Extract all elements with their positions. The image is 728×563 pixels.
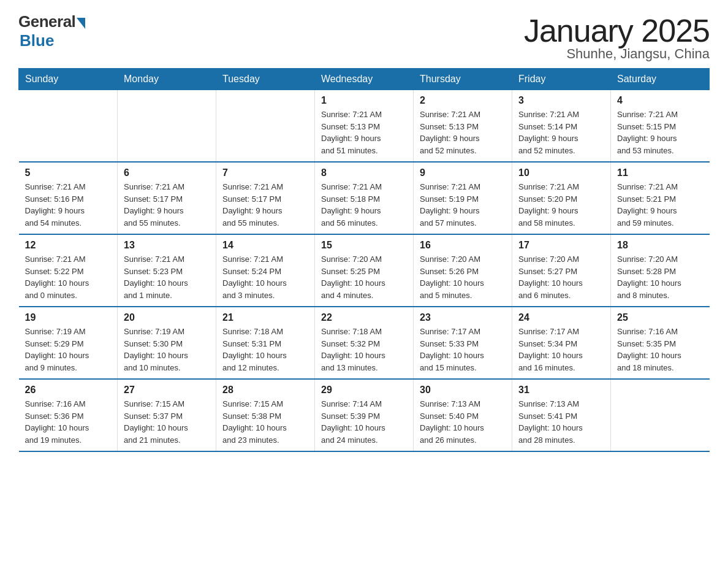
weekday-header-row: SundayMondayTuesdayWednesdayThursdayFrid… [19, 69, 710, 90]
day-number: 5 [25, 167, 112, 178]
day-info: Sunrise: 7:17 AM Sunset: 5:33 PM Dayligh… [420, 326, 506, 373]
calendar-cell: 8Sunrise: 7:21 AM Sunset: 5:18 PM Daylig… [315, 162, 414, 234]
day-info: Sunrise: 7:13 AM Sunset: 5:41 PM Dayligh… [518, 398, 604, 446]
day-number: 15 [321, 240, 407, 251]
logo-blue-text: Blue [20, 31, 54, 50]
logo-arrow-icon [77, 18, 85, 29]
day-number: 13 [124, 240, 210, 251]
day-info: Sunrise: 7:15 AM Sunset: 5:37 PM Dayligh… [124, 398, 210, 446]
day-info: Sunrise: 7:13 AM Sunset: 5:40 PM Dayligh… [420, 398, 506, 446]
calendar-cell: 10Sunrise: 7:21 AM Sunset: 5:20 PM Dayli… [512, 162, 611, 234]
calendar-week-row: 19Sunrise: 7:19 AM Sunset: 5:29 PM Dayli… [19, 307, 710, 379]
calendar-header: SundayMondayTuesdayWednesdayThursdayFrid… [19, 69, 710, 90]
day-number: 31 [518, 385, 604, 396]
calendar-cell: 3Sunrise: 7:21 AM Sunset: 5:14 PM Daylig… [512, 90, 611, 163]
day-info: Sunrise: 7:21 AM Sunset: 5:17 PM Dayligh… [124, 181, 210, 229]
day-info: Sunrise: 7:21 AM Sunset: 5:23 PM Dayligh… [124, 253, 210, 301]
calendar-cell: 16Sunrise: 7:20 AM Sunset: 5:26 PM Dayli… [414, 234, 512, 307]
calendar-cell: 25Sunrise: 7:16 AM Sunset: 5:35 PM Dayli… [611, 307, 710, 379]
calendar-cell: 14Sunrise: 7:21 AM Sunset: 5:24 PM Dayli… [216, 234, 315, 307]
calendar-cell: 5Sunrise: 7:21 AM Sunset: 5:16 PM Daylig… [19, 162, 118, 234]
calendar-cell: 4Sunrise: 7:21 AM Sunset: 5:15 PM Daylig… [611, 90, 710, 163]
weekday-header-wednesday: Wednesday [315, 69, 414, 90]
weekday-header-saturday: Saturday [611, 69, 710, 90]
day-number: 12 [25, 240, 112, 251]
day-number: 4 [617, 95, 703, 106]
day-number: 10 [518, 167, 604, 178]
calendar-cell: 15Sunrise: 7:20 AM Sunset: 5:25 PM Dayli… [315, 234, 414, 307]
day-info: Sunrise: 7:21 AM Sunset: 5:13 PM Dayligh… [420, 109, 506, 156]
calendar-cell [118, 90, 216, 163]
weekday-header-monday: Monday [118, 69, 216, 90]
weekday-header-thursday: Thursday [414, 69, 512, 90]
calendar-cell: 7Sunrise: 7:21 AM Sunset: 5:17 PM Daylig… [216, 162, 315, 234]
day-number: 23 [420, 312, 506, 323]
calendar-cell: 29Sunrise: 7:14 AM Sunset: 5:39 PM Dayli… [315, 379, 414, 451]
calendar-cell: 24Sunrise: 7:17 AM Sunset: 5:34 PM Dayli… [512, 307, 611, 379]
day-number: 6 [124, 167, 210, 178]
day-number: 17 [518, 240, 604, 251]
day-number: 8 [321, 167, 407, 178]
calendar-cell: 18Sunrise: 7:20 AM Sunset: 5:28 PM Dayli… [611, 234, 710, 307]
day-info: Sunrise: 7:21 AM Sunset: 5:13 PM Dayligh… [321, 109, 407, 156]
calendar-week-row: 1Sunrise: 7:21 AM Sunset: 5:13 PM Daylig… [19, 90, 710, 163]
calendar-cell: 2Sunrise: 7:21 AM Sunset: 5:13 PM Daylig… [414, 90, 512, 163]
calendar-body: 1Sunrise: 7:21 AM Sunset: 5:13 PM Daylig… [19, 90, 710, 452]
calendar-cell: 26Sunrise: 7:16 AM Sunset: 5:36 PM Dayli… [19, 379, 118, 451]
day-number: 2 [420, 95, 506, 106]
day-number: 19 [25, 312, 112, 323]
calendar-cell: 11Sunrise: 7:21 AM Sunset: 5:21 PM Dayli… [611, 162, 710, 234]
day-info: Sunrise: 7:18 AM Sunset: 5:32 PM Dayligh… [321, 326, 407, 373]
calendar-week-row: 5Sunrise: 7:21 AM Sunset: 5:16 PM Daylig… [19, 162, 710, 234]
calendar-cell: 19Sunrise: 7:19 AM Sunset: 5:29 PM Dayli… [19, 307, 118, 379]
day-number: 3 [518, 95, 604, 106]
calendar-cell: 20Sunrise: 7:19 AM Sunset: 5:30 PM Dayli… [118, 307, 216, 379]
day-info: Sunrise: 7:15 AM Sunset: 5:38 PM Dayligh… [222, 398, 308, 446]
day-number: 20 [124, 312, 210, 323]
calendar-cell: 23Sunrise: 7:17 AM Sunset: 5:33 PM Dayli… [414, 307, 512, 379]
calendar-cell: 21Sunrise: 7:18 AM Sunset: 5:31 PM Dayli… [216, 307, 315, 379]
calendar-cell: 1Sunrise: 7:21 AM Sunset: 5:13 PM Daylig… [315, 90, 414, 163]
logo: General Blue [18, 12, 85, 50]
month-title: January 2025 [524, 12, 710, 49]
day-number: 7 [222, 167, 308, 178]
calendar-table: SundayMondayTuesdayWednesdayThursdayFrid… [18, 68, 710, 452]
logo-general-text: General [18, 12, 75, 31]
day-info: Sunrise: 7:21 AM Sunset: 5:17 PM Dayligh… [222, 181, 308, 229]
calendar-cell [19, 90, 118, 163]
day-number: 21 [222, 312, 308, 323]
day-number: 11 [617, 167, 703, 178]
calendar-week-row: 12Sunrise: 7:21 AM Sunset: 5:22 PM Dayli… [19, 234, 710, 307]
day-info: Sunrise: 7:21 AM Sunset: 5:14 PM Dayligh… [518, 109, 604, 156]
calendar-cell: 31Sunrise: 7:13 AM Sunset: 5:41 PM Dayli… [512, 379, 611, 451]
day-info: Sunrise: 7:21 AM Sunset: 5:22 PM Dayligh… [25, 253, 112, 301]
weekday-header-tuesday: Tuesday [216, 69, 315, 90]
day-number: 22 [321, 312, 407, 323]
day-info: Sunrise: 7:21 AM Sunset: 5:18 PM Dayligh… [321, 181, 407, 229]
day-number: 1 [321, 95, 407, 106]
title-section: January 2025 Shunhe, Jiangsu, China [524, 12, 710, 62]
calendar-cell: 6Sunrise: 7:21 AM Sunset: 5:17 PM Daylig… [118, 162, 216, 234]
day-number: 18 [617, 240, 703, 251]
day-info: Sunrise: 7:21 AM Sunset: 5:24 PM Dayligh… [222, 253, 308, 301]
day-info: Sunrise: 7:14 AM Sunset: 5:39 PM Dayligh… [321, 398, 407, 446]
day-number: 28 [222, 385, 308, 396]
day-info: Sunrise: 7:20 AM Sunset: 5:25 PM Dayligh… [321, 253, 407, 301]
day-info: Sunrise: 7:21 AM Sunset: 5:16 PM Dayligh… [25, 181, 112, 229]
calendar-cell [611, 379, 710, 451]
day-info: Sunrise: 7:20 AM Sunset: 5:28 PM Dayligh… [617, 253, 703, 301]
day-info: Sunrise: 7:20 AM Sunset: 5:27 PM Dayligh… [518, 253, 604, 301]
calendar-cell: 28Sunrise: 7:15 AM Sunset: 5:38 PM Dayli… [216, 379, 315, 451]
day-number: 30 [420, 385, 506, 396]
day-info: Sunrise: 7:19 AM Sunset: 5:30 PM Dayligh… [124, 326, 210, 373]
day-info: Sunrise: 7:20 AM Sunset: 5:26 PM Dayligh… [420, 253, 506, 301]
day-number: 25 [617, 312, 703, 323]
weekday-header-friday: Friday [512, 69, 611, 90]
day-number: 26 [25, 385, 112, 396]
day-number: 24 [518, 312, 604, 323]
day-number: 29 [321, 385, 407, 396]
calendar-cell: 17Sunrise: 7:20 AM Sunset: 5:27 PM Dayli… [512, 234, 611, 307]
day-info: Sunrise: 7:16 AM Sunset: 5:36 PM Dayligh… [25, 398, 112, 446]
day-info: Sunrise: 7:21 AM Sunset: 5:15 PM Dayligh… [617, 109, 703, 156]
day-info: Sunrise: 7:16 AM Sunset: 5:35 PM Dayligh… [617, 326, 703, 373]
